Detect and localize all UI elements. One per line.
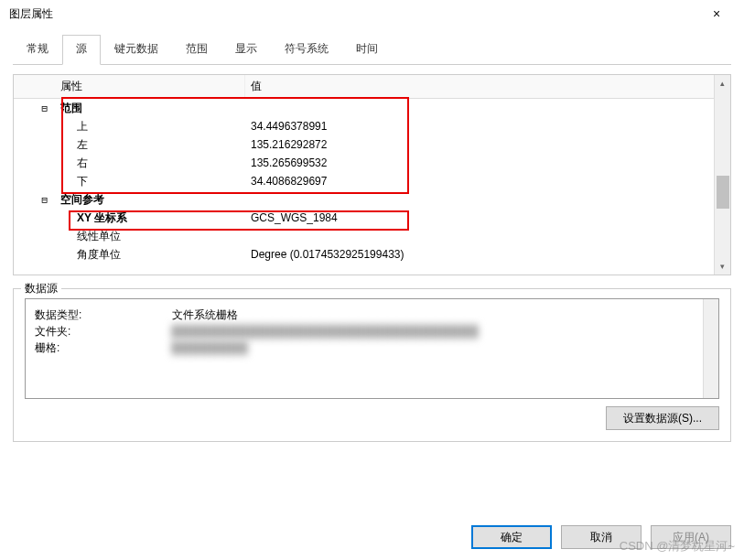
header-value: 值 — [245, 75, 714, 98]
ds-raster-label: 栅格: — [35, 339, 172, 356]
tab-source[interactable]: 源 — [62, 35, 101, 65]
ds-type-label: 数据类型: — [35, 307, 172, 323]
datasource-textbox: 数据类型: 文件系统栅格 文件夹: ██████████████████████… — [25, 298, 719, 399]
linear-unit-label: 线性单位 — [55, 228, 245, 245]
group-extent-label: 范围 — [55, 100, 245, 117]
scrollbar[interactable] — [703, 299, 718, 398]
group-extent: ⊟ 范围 — [14, 99, 714, 117]
cancel-button[interactable]: 取消 — [561, 525, 642, 549]
tab-symbology[interactable]: 符号系统 — [271, 35, 342, 65]
table-row: 左 135.216292872 — [14, 135, 714, 154]
set-datasource-button[interactable]: 设置数据源(S)... — [606, 406, 719, 430]
titlebar: 图层属性 × — [0, 0, 744, 27]
tab-general[interactable]: 常规 — [13, 35, 62, 65]
list-item: 文件夹: ████████████████████████████████ — [35, 323, 697, 339]
extent-left-value: 135.216292872 — [245, 137, 714, 152]
angular-unit-label: 角度单位 — [55, 246, 245, 264]
table-row: 线性单位 — [14, 227, 714, 245]
datasource-legend: 数据源 — [21, 281, 61, 296]
ds-folder-label: 文件夹: — [35, 323, 172, 339]
collapse-icon[interactable]: ⊟ — [41, 194, 48, 206]
extent-top-value: 34.4496378991 — [245, 119, 714, 134]
tab-time[interactable]: 时间 — [342, 35, 392, 65]
extent-bottom-value: 34.4086829697 — [245, 174, 714, 188]
dialog-footer: 确定 取消 应用(A) — [471, 525, 731, 549]
close-icon[interactable]: × — [698, 1, 735, 27]
xy-crs-label: XY 坐标系 — [55, 210, 245, 227]
table-row: XY 坐标系 GCS_WGS_1984 — [14, 209, 714, 227]
header-property: 属性 — [55, 75, 245, 98]
properties-header: 属性 值 — [14, 75, 714, 99]
extent-right-label: 右 — [55, 155, 245, 172]
group-spatial-ref-label: 空间参考 — [55, 191, 245, 209]
list-item: 数据类型: 文件系统栅格 — [35, 307, 697, 323]
extent-left-label: 左 — [55, 136, 245, 154]
scroll-up-icon[interactable]: ▴ — [715, 75, 730, 92]
window-title: 图层属性 — [9, 6, 53, 22]
scroll-thumb[interactable] — [717, 176, 729, 209]
scrollbar[interactable]: ▴ ▾ — [714, 75, 730, 275]
collapse-icon[interactable]: ⊟ — [41, 102, 48, 114]
ds-folder-value: ████████████████████████████████ — [172, 323, 697, 339]
xy-crs-value: GCS_WGS_1984 — [245, 210, 714, 225]
datasource-group: 数据源 数据类型: 文件系统栅格 文件夹: ██████████████████… — [13, 288, 731, 442]
angular-unit-value: Degree (0.0174532925199433) — [245, 247, 714, 262]
extent-bottom-label: 下 — [55, 173, 245, 190]
tab-key-metadata[interactable]: 键元数据 — [101, 35, 172, 65]
extent-right-value: 135.265699532 — [245, 156, 714, 170]
scroll-down-icon[interactable]: ▾ — [715, 258, 730, 275]
table-row: 角度单位 Degree (0.0174532925199433) — [14, 245, 714, 264]
tab-strip: 常规 源 键元数据 范围 显示 符号系统 时间 — [13, 35, 731, 65]
table-row: 右 135.265699532 — [14, 154, 714, 172]
properties-table-inner: 属性 值 ⊟ 范围 上 34.4496378991 左 135.21629287… — [14, 75, 714, 275]
tab-display[interactable]: 显示 — [221, 35, 271, 65]
layer-properties-dialog: 图层属性 × 常规 源 键元数据 范围 显示 符号系统 时间 属性 值 ⊟ 范围 — [0, 0, 744, 560]
linear-unit-value — [245, 235, 714, 237]
list-item: 栅格: ████████ — [35, 339, 697, 356]
table-row: 下 34.4086829697 — [14, 172, 714, 190]
ds-type-value: 文件系统栅格 — [172, 307, 697, 323]
apply-button[interactable]: 应用(A) — [651, 525, 731, 549]
ok-button[interactable]: 确定 — [471, 525, 552, 549]
tab-extent[interactable]: 范围 — [172, 35, 221, 65]
extent-top-label: 上 — [55, 118, 245, 135]
properties-table: 属性 值 ⊟ 范围 上 34.4496378991 左 135.21629287… — [13, 74, 731, 275]
table-row: 上 34.4496378991 — [14, 117, 714, 135]
ds-raster-value: ████████ — [172, 339, 697, 356]
content-area: 属性 值 ⊟ 范围 上 34.4496378991 左 135.21629287… — [0, 65, 744, 442]
group-spatial-ref: ⊟ 空间参考 — [14, 190, 714, 209]
